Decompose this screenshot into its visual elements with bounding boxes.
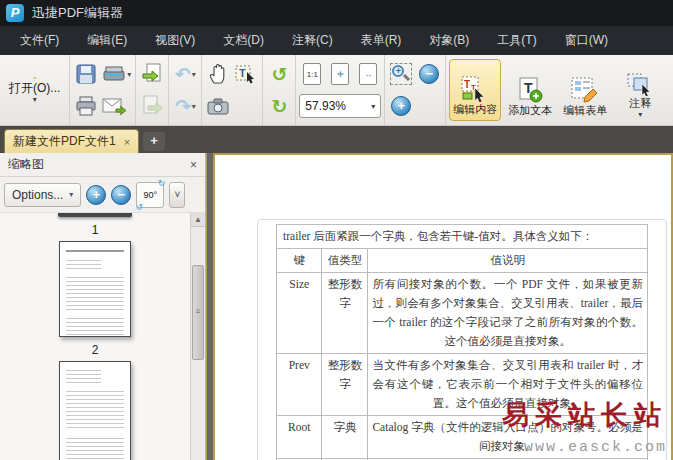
- cell-desc: 所有间接对象的个数。一个 PDF 文件，如果被更新过，则会有多个对象集合、交叉引…: [368, 272, 648, 353]
- annotate-icon: [626, 72, 654, 96]
- tab-close-icon[interactable]: ×: [124, 136, 130, 148]
- zoom-level-value: 57.93%: [305, 99, 346, 113]
- panel-splitter[interactable]: [206, 153, 215, 460]
- document-viewport[interactable]: trailer 后面紧跟一个字典，包含若干键-值对。具体含义如下： 键 值类型 …: [215, 153, 673, 460]
- zoom-in-button[interactable]: +: [388, 92, 414, 120]
- toolbar-group-file: ▾: [70, 55, 136, 125]
- select-text-tool-button[interactable]: T: [233, 60, 259, 88]
- document-tab[interactable]: 新建文件PDF文件1 ×: [4, 129, 139, 153]
- extract-pages-button[interactable]: [139, 92, 165, 120]
- rotate-ccw-icon: ↺: [271, 65, 287, 84]
- email-button[interactable]: [101, 92, 127, 120]
- annotate-dropdown-caret-icon: ▾: [638, 111, 642, 118]
- col-header-type: 值类型: [322, 248, 368, 272]
- add-text-button[interactable]: T 添加文本: [504, 59, 556, 121]
- thumbnails-panel-title: 缩略图: [8, 156, 44, 173]
- options-dropdown-button[interactable]: Options... ▾: [4, 183, 81, 207]
- undo-button[interactable]: ↶ ▾: [172, 60, 198, 88]
- edit-form-button[interactable]: 编辑表单: [559, 59, 611, 121]
- menu-tools[interactable]: 工具(T): [485, 28, 548, 53]
- menu-view[interactable]: 视图(V): [143, 28, 207, 53]
- toolbar: 打开(O)... ▾: [0, 55, 673, 126]
- title-bar: P 迅捷PDF编辑器: [0, 0, 673, 26]
- menu-object[interactable]: 对象(B): [417, 28, 481, 53]
- col-header-key: 键: [277, 248, 322, 272]
- table-row: Size 整形数字 所有间接对象的个数。一个 PDF 文件，如果被更新过，则会有…: [277, 272, 648, 353]
- marquee-zoom-button[interactable]: +: [388, 60, 414, 88]
- save-button[interactable]: [73, 60, 99, 88]
- rotate-arrow-icon: ↻: [158, 179, 166, 187]
- fit-page-button[interactable]: ✛: [327, 60, 353, 88]
- rotate-ccw-button[interactable]: ↺: [266, 60, 292, 88]
- toolbar-group-zoomtools: + − +: [385, 55, 446, 125]
- redo-button[interactable]: ↷ ▾: [172, 92, 198, 120]
- zoom-dropdown-caret-icon: ▾: [371, 102, 375, 111]
- scan-button[interactable]: ▾: [101, 60, 132, 88]
- scanner-icon: [102, 65, 126, 83]
- annotate-button[interactable]: 注释 ▾: [614, 59, 666, 121]
- table-header-row: 键 值类型 值说明: [277, 248, 648, 272]
- menu-annotate[interactable]: 注释(C): [280, 28, 345, 53]
- insert-pages-button[interactable]: [139, 60, 165, 88]
- page-thumbnail[interactable]: [59, 361, 131, 460]
- actual-size-button[interactable]: 1:1: [299, 60, 325, 88]
- undo-dropdown-caret-icon: ▾: [192, 70, 196, 79]
- page-number: 2: [92, 343, 99, 357]
- page-number: 1: [92, 223, 99, 237]
- zoom-out-button[interactable]: −: [416, 60, 442, 88]
- menu-window[interactable]: 窗口(W): [553, 28, 620, 53]
- menu-edit[interactable]: 编辑(E): [75, 28, 139, 53]
- page-export-icon: [142, 95, 162, 117]
- fit-width-button[interactable]: ↔: [355, 60, 381, 88]
- menu-file[interactable]: 文件(F): [8, 28, 71, 53]
- toolbar-group-history: ↶ ▾ ↷ ▾: [169, 55, 202, 125]
- rotate-90-button[interactable]: 90° ↻ ↺: [136, 182, 164, 208]
- edit-content-button[interactable]: T T 编辑内容: [449, 59, 501, 121]
- panel-more-button[interactable]: ˅: [169, 182, 185, 208]
- thumbnails-panel: 缩略图 × Options... ▾ + − 90° ↻ ↺ ˅: [0, 153, 206, 460]
- print-button[interactable]: [73, 92, 99, 120]
- options-caret-icon: ▾: [69, 190, 73, 199]
- toolbar-group-select: T: [202, 55, 263, 125]
- app-title: 迅捷PDF编辑器: [32, 4, 123, 22]
- rotate-cw-button[interactable]: ↻: [266, 92, 292, 120]
- scroll-up-icon[interactable]: ▲: [191, 213, 205, 227]
- svg-text:T: T: [464, 79, 470, 90]
- scrollbar-thumb[interactable]: ≡: [192, 265, 204, 360]
- cell-key: Prev: [277, 353, 322, 415]
- zoom-out-icon: −: [419, 64, 439, 84]
- main-content: 缩略图 × Options... ▾ + − 90° ↻ ↺ ˅: [0, 153, 673, 460]
- menu-document[interactable]: 文档(D): [211, 28, 276, 53]
- camera-icon: [207, 98, 229, 115]
- edit-form-icon: [571, 77, 599, 103]
- edit-form-label: 编辑表单: [563, 103, 607, 118]
- panel-close-icon[interactable]: ×: [190, 158, 197, 172]
- open-button[interactable]: 打开(O)... ▾: [3, 76, 66, 104]
- actual-size-icon: 1:1: [303, 63, 321, 85]
- cell-type: 整形数字: [322, 272, 368, 353]
- hand-tool-button[interactable]: [205, 60, 231, 88]
- toolbar-group-zoomview: 1:1 ✛ ↔ 57.93% ▾: [296, 55, 385, 125]
- zoom-level-select[interactable]: 57.93% ▾: [299, 94, 381, 118]
- menu-form[interactable]: 表单(R): [349, 28, 414, 53]
- thumbnails-list: 1 2 ▲: [0, 213, 205, 460]
- thumb-zoom-out-button[interactable]: −: [111, 185, 131, 205]
- snapshot-button[interactable]: [205, 92, 231, 120]
- svg-text:T: T: [239, 67, 246, 79]
- page-thumbnail[interactable]: [59, 241, 131, 337]
- rotate-90-label: 90°: [144, 190, 158, 200]
- thumb-zoom-in-button[interactable]: +: [86, 185, 106, 205]
- cell-key: Size: [277, 272, 322, 353]
- zoom-in-icon: +: [391, 96, 411, 116]
- open-folder-icon: [22, 77, 48, 79]
- save-icon: [76, 64, 96, 84]
- hand-tool-icon: [209, 64, 227, 84]
- new-tab-button[interactable]: +: [143, 132, 165, 151]
- thumbnails-scrollbar[interactable]: ▲ ≡: [190, 213, 205, 460]
- watermark: 易采站长站 www.easck.com: [502, 397, 667, 456]
- toolbar-group-rotate: ↺ ↻: [263, 55, 296, 125]
- watermark-text: 易采站长站: [502, 397, 667, 433]
- document-tab-title: 新建文件PDF文件1: [13, 133, 116, 150]
- page-thumbnail-partial[interactable]: [58, 213, 132, 217]
- grip-icon: ≡: [195, 306, 200, 316]
